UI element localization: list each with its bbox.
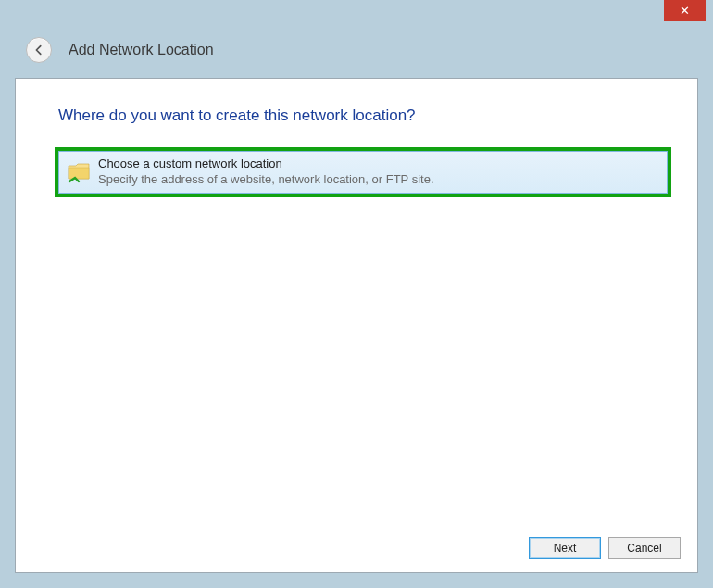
folder-network-icon	[67, 160, 93, 184]
option-text: Choose a custom network location Specify…	[98, 156, 659, 188]
option-description: Specify the address of a website, networ…	[98, 172, 659, 188]
back-button[interactable]	[26, 37, 52, 63]
next-button[interactable]: Next	[529, 537, 601, 559]
close-icon: ✕	[680, 4, 690, 18]
prompt-text: Where do you want to create this network…	[16, 79, 697, 125]
option-title: Choose a custom network location	[98, 156, 659, 172]
wizard-window: ✕ Add Network Location Where do you want…	[0, 0, 713, 588]
close-button[interactable]: ✕	[664, 0, 706, 21]
arrow-left-icon	[32, 44, 45, 56]
wizard-content: Where do you want to create this network…	[15, 78, 698, 573]
wizard-title: Add Network Location	[69, 42, 214, 58]
option-custom-location[interactable]: Choose a custom network location Specify…	[58, 151, 668, 194]
option-highlight-frame: Choose a custom network location Specify…	[55, 147, 671, 197]
wizard-header: Add Network Location	[26, 37, 214, 63]
button-bar: Next Cancel	[529, 537, 681, 559]
cancel-button[interactable]: Cancel	[608, 537, 681, 559]
